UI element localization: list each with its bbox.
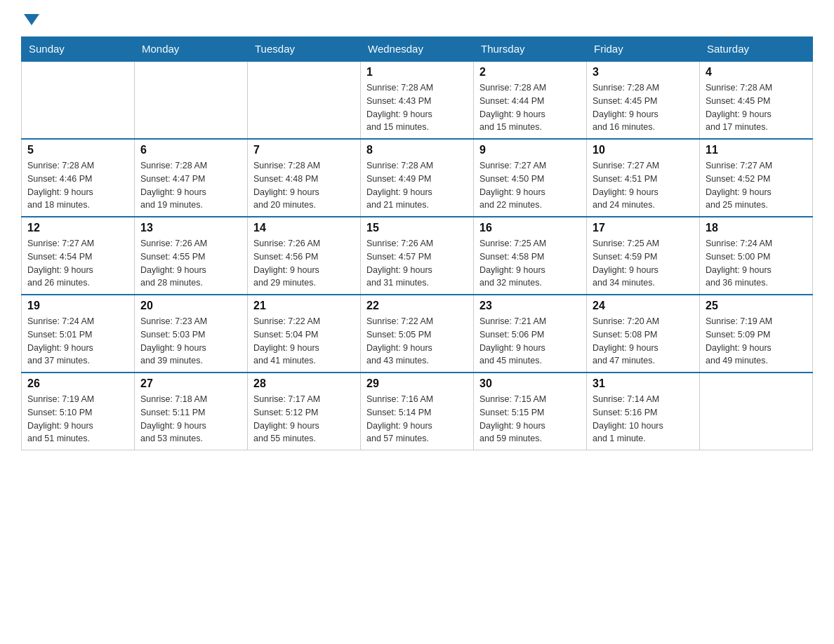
day-number: 9	[479, 144, 581, 156]
calendar-cell: 11Sunrise: 7:27 AM Sunset: 4:52 PM Dayli…	[700, 139, 813, 217]
day-info: Sunrise: 7:25 AM Sunset: 4:58 PM Dayligh…	[479, 237, 581, 290]
day-info: Sunrise: 7:28 AM Sunset: 4:49 PM Dayligh…	[366, 159, 468, 212]
calendar-cell: 1Sunrise: 7:28 AM Sunset: 4:43 PM Daylig…	[361, 61, 474, 139]
week-row-1: 1Sunrise: 7:28 AM Sunset: 4:43 PM Daylig…	[22, 61, 813, 139]
day-info: Sunrise: 7:27 AM Sunset: 4:54 PM Dayligh…	[27, 237, 128, 290]
calendar-cell: 31Sunrise: 7:14 AM Sunset: 5:16 PM Dayli…	[587, 373, 700, 450]
calendar-cell: 3Sunrise: 7:28 AM Sunset: 4:45 PM Daylig…	[587, 61, 700, 139]
day-info: Sunrise: 7:28 AM Sunset: 4:48 PM Dayligh…	[253, 159, 355, 212]
day-number: 29	[366, 377, 468, 390]
day-number: 14	[253, 222, 355, 234]
day-number: 20	[140, 300, 241, 312]
day-number: 16	[479, 222, 581, 234]
calendar-cell: 12Sunrise: 7:27 AM Sunset: 4:54 PM Dayli…	[22, 217, 135, 295]
calendar-cell: 4Sunrise: 7:28 AM Sunset: 4:45 PM Daylig…	[700, 61, 813, 139]
day-number: 7	[253, 144, 355, 156]
calendar-cell: 6Sunrise: 7:28 AM Sunset: 4:47 PM Daylig…	[135, 139, 248, 217]
day-number: 8	[366, 144, 468, 156]
day-info: Sunrise: 7:28 AM Sunset: 4:45 PM Dayligh…	[706, 81, 807, 134]
col-thursday: Thursday	[474, 37, 587, 62]
day-number: 28	[253, 377, 355, 390]
day-info: Sunrise: 7:27 AM Sunset: 4:52 PM Dayligh…	[706, 159, 807, 212]
day-info: Sunrise: 7:28 AM Sunset: 4:46 PM Dayligh…	[27, 159, 128, 212]
day-info: Sunrise: 7:28 AM Sunset: 4:47 PM Dayligh…	[140, 159, 241, 212]
day-info: Sunrise: 7:27 AM Sunset: 4:50 PM Dayligh…	[479, 159, 581, 212]
day-info: Sunrise: 7:24 AM Sunset: 5:00 PM Dayligh…	[706, 237, 807, 290]
calendar-cell: 8Sunrise: 7:28 AM Sunset: 4:49 PM Daylig…	[361, 139, 474, 217]
week-row-2: 5Sunrise: 7:28 AM Sunset: 4:46 PM Daylig…	[22, 139, 813, 217]
day-info: Sunrise: 7:28 AM Sunset: 4:43 PM Dayligh…	[366, 81, 468, 134]
calendar-cell: 7Sunrise: 7:28 AM Sunset: 4:48 PM Daylig…	[248, 139, 361, 217]
day-info: Sunrise: 7:18 AM Sunset: 5:11 PM Dayligh…	[140, 393, 241, 445]
calendar-cell	[135, 61, 248, 139]
calendar-cell: 26Sunrise: 7:19 AM Sunset: 5:10 PM Dayli…	[22, 373, 135, 450]
calendar-cell: 21Sunrise: 7:22 AM Sunset: 5:04 PM Dayli…	[248, 295, 361, 373]
logo	[21, 14, 39, 25]
day-info: Sunrise: 7:28 AM Sunset: 4:44 PM Dayligh…	[479, 81, 581, 134]
day-info: Sunrise: 7:14 AM Sunset: 5:16 PM Dayligh…	[593, 393, 694, 445]
day-info: Sunrise: 7:19 AM Sunset: 5:09 PM Dayligh…	[706, 315, 807, 368]
calendar-cell: 15Sunrise: 7:26 AM Sunset: 4:57 PM Dayli…	[361, 217, 474, 295]
day-number: 31	[593, 377, 694, 390]
day-number: 13	[140, 222, 241, 234]
calendar-cell: 16Sunrise: 7:25 AM Sunset: 4:58 PM Dayli…	[474, 217, 587, 295]
day-number: 17	[593, 222, 694, 234]
day-number: 25	[706, 300, 807, 312]
calendar-cell: 17Sunrise: 7:25 AM Sunset: 4:59 PM Dayli…	[587, 217, 700, 295]
week-row-3: 12Sunrise: 7:27 AM Sunset: 4:54 PM Dayli…	[22, 217, 813, 295]
day-number: 2	[479, 66, 581, 79]
calendar-cell: 19Sunrise: 7:24 AM Sunset: 5:01 PM Dayli…	[22, 295, 135, 373]
day-number: 23	[479, 300, 581, 312]
day-number: 24	[593, 300, 694, 312]
calendar-cell: 25Sunrise: 7:19 AM Sunset: 5:09 PM Dayli…	[700, 295, 813, 373]
day-number: 19	[27, 300, 128, 312]
calendar-cell: 2Sunrise: 7:28 AM Sunset: 4:44 PM Daylig…	[474, 61, 587, 139]
day-info: Sunrise: 7:26 AM Sunset: 4:56 PM Dayligh…	[253, 237, 355, 290]
day-number: 4	[706, 66, 807, 79]
day-info: Sunrise: 7:22 AM Sunset: 5:05 PM Dayligh…	[366, 315, 468, 368]
day-info: Sunrise: 7:19 AM Sunset: 5:10 PM Dayligh…	[27, 393, 128, 445]
day-info: Sunrise: 7:22 AM Sunset: 5:04 PM Dayligh…	[253, 315, 355, 368]
calendar-cell	[700, 373, 813, 450]
calendar-cell: 27Sunrise: 7:18 AM Sunset: 5:11 PM Dayli…	[135, 373, 248, 450]
day-info: Sunrise: 7:27 AM Sunset: 4:51 PM Dayligh…	[593, 159, 694, 212]
week-row-5: 26Sunrise: 7:19 AM Sunset: 5:10 PM Dayli…	[22, 373, 813, 450]
day-number: 3	[593, 66, 694, 79]
calendar-cell: 23Sunrise: 7:21 AM Sunset: 5:06 PM Dayli…	[474, 295, 587, 373]
col-monday: Monday	[135, 37, 248, 62]
day-info: Sunrise: 7:28 AM Sunset: 4:45 PM Dayligh…	[593, 81, 694, 134]
day-number: 30	[479, 377, 581, 390]
week-row-4: 19Sunrise: 7:24 AM Sunset: 5:01 PM Dayli…	[22, 295, 813, 373]
day-number: 26	[27, 377, 128, 390]
day-info: Sunrise: 7:17 AM Sunset: 5:12 PM Dayligh…	[253, 393, 355, 445]
calendar-table: Sunday Monday Tuesday Wednesday Thursday…	[21, 36, 813, 450]
day-info: Sunrise: 7:26 AM Sunset: 4:57 PM Dayligh…	[366, 237, 468, 290]
calendar-cell: 13Sunrise: 7:26 AM Sunset: 4:55 PM Dayli…	[135, 217, 248, 295]
calendar-cell: 18Sunrise: 7:24 AM Sunset: 5:00 PM Dayli…	[700, 217, 813, 295]
calendar-cell: 28Sunrise: 7:17 AM Sunset: 5:12 PM Dayli…	[248, 373, 361, 450]
calendar-cell: 14Sunrise: 7:26 AM Sunset: 4:56 PM Dayli…	[248, 217, 361, 295]
day-info: Sunrise: 7:16 AM Sunset: 5:14 PM Dayligh…	[366, 393, 468, 445]
day-number: 6	[140, 144, 241, 156]
day-number: 1	[366, 66, 468, 79]
page-header	[21, 14, 813, 25]
day-number: 27	[140, 377, 241, 390]
calendar-cell	[22, 61, 135, 139]
calendar-cell: 30Sunrise: 7:15 AM Sunset: 5:15 PM Dayli…	[474, 373, 587, 450]
col-friday: Friday	[587, 37, 700, 62]
day-number: 22	[366, 300, 468, 312]
col-tuesday: Tuesday	[248, 37, 361, 62]
day-info: Sunrise: 7:26 AM Sunset: 4:55 PM Dayligh…	[140, 237, 241, 290]
calendar-cell: 5Sunrise: 7:28 AM Sunset: 4:46 PM Daylig…	[22, 139, 135, 217]
day-number: 12	[27, 222, 128, 234]
calendar-cell	[248, 61, 361, 139]
day-info: Sunrise: 7:21 AM Sunset: 5:06 PM Dayligh…	[479, 315, 581, 368]
day-number: 5	[27, 144, 128, 156]
calendar-cell: 24Sunrise: 7:20 AM Sunset: 5:08 PM Dayli…	[587, 295, 700, 373]
calendar-cell: 20Sunrise: 7:23 AM Sunset: 5:03 PM Dayli…	[135, 295, 248, 373]
day-info: Sunrise: 7:25 AM Sunset: 4:59 PM Dayligh…	[593, 237, 694, 290]
day-info: Sunrise: 7:24 AM Sunset: 5:01 PM Dayligh…	[27, 315, 128, 368]
day-number: 11	[706, 144, 807, 156]
calendar-cell: 29Sunrise: 7:16 AM Sunset: 5:14 PM Dayli…	[361, 373, 474, 450]
calendar-header-row: Sunday Monday Tuesday Wednesday Thursday…	[22, 37, 813, 62]
